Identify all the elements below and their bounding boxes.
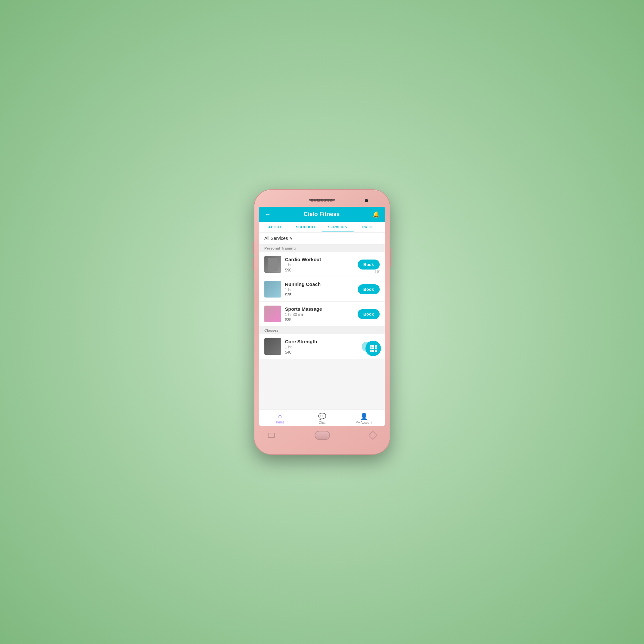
service-item-core-strength: Core Strength 1 hr $40 B... (259, 334, 385, 359)
service-image-cardio (264, 256, 281, 273)
service-name-massage: Sports Massage (285, 306, 354, 312)
chat-icon: 💬 (318, 412, 326, 420)
nav-label-account: My Account (355, 421, 372, 424)
account-icon: 👤 (360, 412, 368, 420)
home-icon: ⌂ (278, 412, 282, 420)
content-area: All Services ∨ Personal Training Cardio … (259, 232, 385, 410)
home-hardware-button[interactable] (315, 431, 330, 440)
book-button-cardio-wrapper: Book ☞ (358, 260, 380, 270)
power-button[interactable] (390, 248, 391, 267)
service-item-cardio-workout: Cardio Workout 1 hr $90 Book ☞ (259, 252, 385, 277)
tab-schedule[interactable]: SCHEDULE (291, 222, 322, 232)
filter-chevron-icon: ∨ (290, 236, 293, 241)
book-button-running[interactable]: Book (358, 284, 380, 294)
tab-services[interactable]: SERVICES (322, 222, 354, 232)
service-duration-running: 1 hr (285, 288, 354, 292)
tab-bar: ABOUT SCHEDULE SERVICES PRICI... (259, 222, 385, 232)
front-camera (365, 199, 368, 202)
nav-label-chat: Chat (318, 421, 325, 424)
volume-up-button[interactable] (253, 241, 254, 254)
service-duration-massage: 1 hr 30 min (285, 312, 354, 317)
tab-pricing[interactable]: PRICI... (354, 222, 385, 232)
service-image-massage (264, 306, 281, 322)
app-header: ← Cielo Fitness 🔔 (259, 207, 385, 222)
service-duration-cardio: 1 hr (285, 263, 354, 267)
filter-bar[interactable]: All Services ∨ (259, 232, 385, 244)
floating-grid-button[interactable] (365, 341, 381, 356)
book-button-massage[interactable]: Book (358, 309, 380, 319)
service-name-core: Core Strength (285, 339, 358, 344)
book-button-cardio[interactable]: Book (358, 260, 380, 270)
service-info-cardio: Cardio Workout 1 hr $90 (285, 257, 354, 272)
tab-about[interactable]: ABOUT (259, 222, 291, 232)
filter-label: All Services (264, 236, 288, 241)
service-price-cardio: $90 (285, 268, 354, 272)
volume-down-button[interactable] (253, 258, 254, 270)
grid-dots-icon (370, 345, 377, 352)
section-header-classes: Classes (259, 327, 385, 334)
service-info-massage: Sports Massage 1 hr 30 min $35 (285, 306, 354, 322)
back-button[interactable]: ← (264, 211, 271, 218)
service-name-cardio: Cardio Workout (285, 257, 354, 262)
phone-top-bar: SAMSUNG (258, 196, 386, 205)
back-hardware-button[interactable] (368, 431, 377, 440)
section-header-personal-training: Personal Training (259, 244, 385, 252)
service-item-running-coach: Running Coach 1 hr $25 Book (259, 277, 385, 302)
service-image-running (264, 281, 281, 298)
nav-label-home: Home (276, 421, 285, 424)
nav-item-chat[interactable]: 💬 Chat (301, 412, 343, 424)
service-duration-core: 1 hr (285, 345, 358, 349)
service-info-core: Core Strength 1 hr $40 (285, 339, 358, 355)
service-info-running: Running Coach 1 hr $25 (285, 281, 354, 297)
service-price-running: $25 (285, 293, 354, 297)
nav-item-account[interactable]: 👤 My Account (343, 412, 385, 424)
service-item-sports-massage: Sports Massage 1 hr 30 min $35 Book (259, 302, 385, 327)
service-name-running: Running Coach (285, 281, 354, 287)
service-price-massage: $35 (285, 317, 354, 322)
recents-hardware-button[interactable] (268, 433, 275, 438)
nav-item-home[interactable]: ⌂ Home (259, 412, 301, 424)
phone-device: SAMSUNG ← Cielo Fitness 🔔 ABOUT SCHEDULE… (254, 190, 390, 454)
notification-bell-icon[interactable]: 🔔 (373, 211, 380, 218)
service-image-core (264, 338, 281, 355)
service-price-core: $40 (285, 350, 358, 355)
phone-bottom-bar (258, 428, 386, 443)
speaker-grill (309, 199, 335, 201)
screen: ← Cielo Fitness 🔔 ABOUT SCHEDULE SERVICE… (259, 207, 385, 426)
bottom-navigation: ⌂ Home 💬 Chat 👤 My Account (259, 410, 385, 426)
app-title: Cielo Fitness (304, 211, 340, 218)
